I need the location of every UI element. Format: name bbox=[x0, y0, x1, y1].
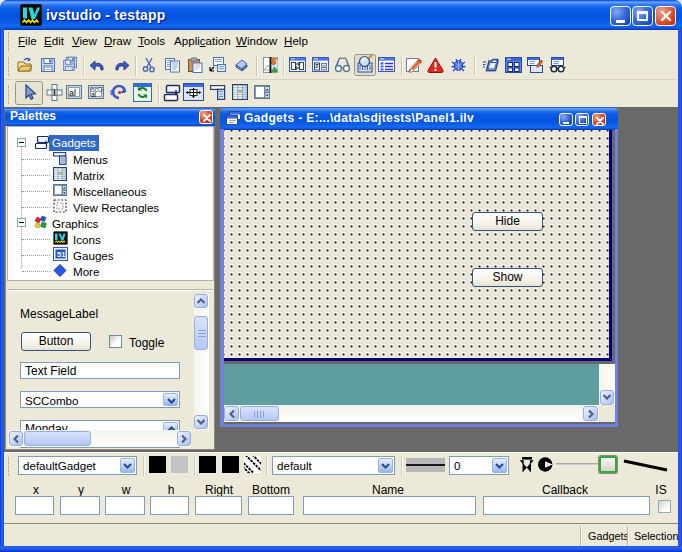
svg-text:51: 51 bbox=[57, 250, 65, 259]
svg-text:al: al bbox=[91, 91, 97, 98]
svg-text:al: al bbox=[69, 88, 76, 98]
